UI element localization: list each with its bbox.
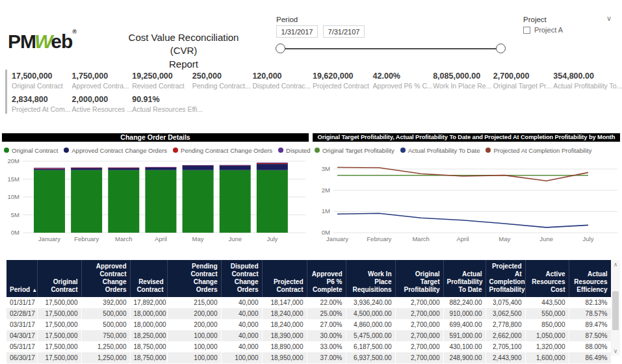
bar-segment[interactable] xyxy=(145,167,176,168)
table-cell[interactable]: 17,500,000 xyxy=(37,308,81,319)
table-cell[interactable]: 82.13% xyxy=(569,297,611,308)
column-header[interactable]: Period▲ xyxy=(6,260,37,297)
table-cell[interactable]: 01/31/17 xyxy=(6,297,37,308)
table-cell[interactable]: 248,900.00 xyxy=(443,352,486,363)
bar-segment[interactable] xyxy=(34,169,65,170)
table-cell[interactable]: 2,778,800 xyxy=(486,319,525,330)
table-cell[interactable]: 3,936,240.00 xyxy=(346,297,395,308)
legend-item[interactable]: Actual Profitability To Date xyxy=(400,147,480,154)
table-cell[interactable]: 18,147,000 xyxy=(262,297,307,308)
bar-segment[interactable] xyxy=(220,170,251,233)
bar-segment[interactable] xyxy=(108,170,139,233)
bar-segment[interactable] xyxy=(183,165,214,166)
bar-segment[interactable] xyxy=(108,168,139,168)
legend-item[interactable]: Original Contract xyxy=(4,147,58,154)
table-scrollbar-thumb[interactable] xyxy=(612,291,619,330)
table-cell[interactable]: 2,700,000 xyxy=(395,319,443,330)
bar-segment[interactable] xyxy=(183,170,214,233)
table-cell[interactable]: 40,000 xyxy=(221,319,262,330)
period-slider-handle-left[interactable] xyxy=(276,44,285,53)
table-cell[interactable]: 750,000 xyxy=(81,330,130,341)
table-cell[interactable]: 591,000.00 xyxy=(443,330,486,341)
table-cell[interactable]: 40,000 xyxy=(221,330,262,341)
table-cell[interactable]: 100,000 xyxy=(221,352,262,363)
table-cell[interactable]: 18,750,000 xyxy=(130,341,167,352)
table-cell[interactable]: 2,662,000 xyxy=(486,330,525,341)
chevron-down-icon[interactable]: ∨ xyxy=(606,14,612,23)
table-cell[interactable]: 40,000 xyxy=(221,341,262,352)
table-cell[interactable]: 18,950,000 xyxy=(262,352,307,363)
table-cell[interactable]: 2,700,000 xyxy=(395,352,443,363)
table-cell[interactable]: 17,500,000 xyxy=(37,319,81,330)
table-cell[interactable]: 3,062,500 xyxy=(486,308,525,319)
table-cell[interactable]: 699,400.00 xyxy=(443,319,486,330)
table-cell[interactable]: 17,500,000 xyxy=(37,352,81,363)
table-cell[interactable]: 18,750,000 xyxy=(130,352,167,363)
table-cell[interactable]: 1,600,000 xyxy=(525,352,569,363)
table-cell[interactable]: 18,390,000 xyxy=(262,330,307,341)
legend-item[interactable]: Disputed Contract Change O... xyxy=(278,147,311,154)
table-cell[interactable]: 100,000 xyxy=(167,352,221,363)
column-header[interactable]: Projected At Completion Profitability xyxy=(486,260,525,297)
project-a-option[interactable]: Project A xyxy=(523,26,563,34)
column-header[interactable]: Disputed Contract Change Orders xyxy=(221,260,262,297)
line-series[interactable] xyxy=(337,168,588,181)
period-start-input[interactable] xyxy=(276,25,318,38)
column-header[interactable]: Approved Contract Change Orders xyxy=(81,260,130,297)
table-cell[interactable]: 17,500,000 xyxy=(37,341,81,352)
table-cell[interactable]: 02/28/17 xyxy=(6,308,37,319)
table-cell[interactable]: 27.00% xyxy=(307,319,346,330)
table-cell[interactable]: 882,240.00 xyxy=(443,297,486,308)
table-cell[interactable]: 550,000 xyxy=(525,308,569,319)
table-cell[interactable]: 6,187,500.00 xyxy=(346,341,395,352)
table-cell[interactable]: 17,500,000 xyxy=(37,297,81,308)
bar-segment[interactable] xyxy=(220,166,251,170)
bar-segment[interactable] xyxy=(145,170,176,233)
line-chart[interactable]: 0M1M2M3MJanuaryFebruaryMarchAprilMayJune… xyxy=(311,157,622,252)
column-header[interactable]: Original Contract xyxy=(37,260,81,297)
table-cell[interactable]: 2,443,900 xyxy=(486,352,525,363)
table-scrollbar[interactable]: ∧ ∨ xyxy=(611,260,620,356)
legend-item[interactable]: Pending Contract Change Orders xyxy=(173,147,272,154)
table-cell[interactable]: 2,700,000 xyxy=(395,308,443,319)
table-cell[interactable]: 06/30/17 xyxy=(6,352,37,363)
table-cell[interactable]: 18,000,000 xyxy=(130,319,167,330)
table-cell[interactable]: 1,250,000 xyxy=(81,341,130,352)
table-cell[interactable]: 37.00% xyxy=(307,352,346,363)
table-cell[interactable]: 5,475,000.00 xyxy=(346,330,395,341)
table-cell[interactable]: 18,250,000 xyxy=(130,330,167,341)
bar-segment[interactable] xyxy=(257,164,288,170)
table-cell[interactable]: 2,700,000 xyxy=(395,297,443,308)
project-a-checkbox[interactable] xyxy=(523,27,530,34)
table-cell[interactable]: 40,000 xyxy=(221,297,262,308)
table-cell[interactable]: 200,000 xyxy=(167,308,221,319)
bar-segment[interactable] xyxy=(257,163,288,164)
period-slider-track[interactable] xyxy=(281,48,502,49)
bar-segment[interactable] xyxy=(257,162,288,163)
column-header[interactable]: Projected Contract xyxy=(262,260,307,297)
table-cell[interactable]: 2,700,000 xyxy=(395,330,443,341)
table-cell[interactable]: 500,000 xyxy=(81,319,130,330)
column-header[interactable]: Original Target Profitability xyxy=(395,260,443,297)
table-cell[interactable]: 88.00% xyxy=(569,341,611,352)
legend-item[interactable]: Original Target Profitability xyxy=(315,147,395,154)
line-series[interactable] xyxy=(337,213,588,228)
table-cell[interactable]: 86.49% xyxy=(569,352,611,363)
table-cell[interactable]: 3,075,400 xyxy=(486,297,525,308)
scroll-down-icon[interactable]: ∨ xyxy=(611,348,620,354)
table-cell[interactable]: 03/31/17 xyxy=(6,319,37,330)
table-cell[interactable]: 1,320,000 xyxy=(525,341,569,352)
table-cell[interactable]: 18,000,000 xyxy=(130,308,167,319)
table-cell[interactable]: 6,937,500.00 xyxy=(346,352,395,363)
column-header[interactable]: Actual Resources Efficiency xyxy=(569,260,611,297)
table-cell[interactable]: 443,500 xyxy=(525,297,569,308)
table-cell[interactable]: 05/31/17 xyxy=(6,341,37,352)
column-header[interactable]: Work In Place Requisitions xyxy=(346,260,395,297)
table-cell[interactable]: 215,000 xyxy=(167,297,221,308)
column-header[interactable]: Actual Profitability To Date xyxy=(443,260,486,297)
table-cell[interactable]: 18,890,000 xyxy=(262,341,307,352)
table-cell[interactable]: 89.47% xyxy=(569,319,611,330)
bar-segment[interactable] xyxy=(71,168,102,170)
table-cell[interactable]: 30.00% xyxy=(307,330,346,341)
table-cell[interactable]: 4,500,000.00 xyxy=(346,308,395,319)
